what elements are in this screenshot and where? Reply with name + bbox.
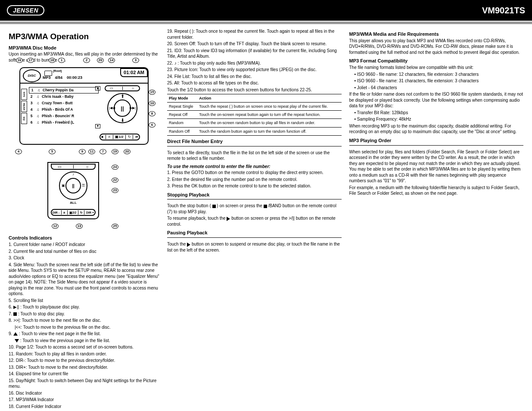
stopping-heading: Stopping Playback: [167, 192, 342, 198]
dir-prev-button[interactable]: DIR -: [53, 211, 59, 215]
page-title: MP3/WMA Operation: [9, 31, 159, 42]
repeat-icon[interactable]: ↻: [128, 135, 131, 140]
up-arrow-inline-icon: [13, 332, 18, 336]
repeat-icon-2[interactable]: ↻: [80, 211, 83, 215]
rear-tab[interactable]: REAR: [21, 101, 27, 112]
day-night-icon[interactable]: ☼: [131, 86, 134, 91]
track-counter: 4/84: [55, 75, 63, 80]
sys-tab[interactable]: SYS: [21, 89, 27, 100]
device-diagram-2: 24 22 23 12 13 25 ▭ ☼ ♪ ▣ ☰ || ALL: [47, 162, 110, 219]
controls-heading: Controls Indicators: [9, 235, 159, 241]
play-pause-button[interactable]: ||: [114, 100, 131, 117]
control-wheel: ⬆ ⬇ |◀◀ ▶▶| ||: [107, 93, 137, 123]
stop-inline-icon: [264, 205, 267, 208]
track-row[interactable]: 4♫Phish - Birds Of A: [29, 106, 99, 113]
clock-display: 01:02 AM: [120, 68, 148, 77]
callout-6: 6: [149, 122, 156, 128]
wheel-down-icon[interactable]: ⬇: [121, 117, 124, 124]
stop-icon[interactable]: ■: [101, 135, 103, 140]
wheel-up-icon[interactable]: ⬆: [121, 93, 124, 100]
music-note-icon: ♫: [36, 114, 40, 118]
screen-off-icon[interactable]: ▭: [110, 86, 113, 91]
header-bar: JENSEN VM9021TS: [0, 0, 532, 21]
direct-file-heading: Direct File Number Entry: [167, 138, 342, 145]
down-arrow-inline-icon: [15, 339, 19, 342]
music-note-icon: ♫: [36, 120, 40, 125]
bottom-icon-bar: ■ ⤭ ▣1/2 ↻ ⇄: [100, 134, 140, 140]
page-indicator-2[interactable]: ▣2/2: [69, 211, 77, 215]
next-track-icon[interactable]: ▶▶|: [130, 106, 136, 111]
all-label[interactable]: ALL: [48, 201, 98, 206]
track-row[interactable]: 2♫Chris Isaak - Baby: [29, 93, 99, 100]
random-icon-2[interactable]: ⤭: [63, 211, 65, 215]
track-row[interactable]: 5♫Phish - Bouncin' R: [29, 113, 99, 119]
day-night-icon-2[interactable]: ☼: [85, 164, 89, 169]
brand-logo: JENSEN: [7, 5, 44, 16]
music-note-icon: ♫: [36, 94, 40, 99]
pause-inline-icon: ▶||: [13, 305, 19, 309]
screen-off-icon-2[interactable]: ▭: [58, 164, 62, 169]
top-icon-bar: ▭ ☼: [105, 85, 140, 91]
root-label: (Root): [53, 69, 62, 73]
callout-10: 10: [149, 101, 156, 106]
track-row[interactable]: 3♫Crazy Town - Butt: [29, 100, 99, 106]
media-req-heading: MP3/WMA Media and File Requirements: [349, 31, 524, 37]
callout-15: 15: [149, 90, 156, 95]
remote-subheading: To use the remote control to enter the f…: [167, 164, 342, 170]
disc-indicator: DISC: [23, 69, 41, 82]
order-heading: MP3 Playing Order: [349, 137, 524, 144]
music-note-icon: ♫: [37, 88, 41, 93]
callout-8: 8: [149, 111, 156, 116]
callout-24: 24: [112, 165, 118, 170]
music-note-icon: ♫: [36, 101, 40, 106]
device-diagram: 16 17 18 1 2 20 14 3 15 10 8 6 4 5 9 11 …: [15, 67, 153, 145]
random-icon[interactable]: ⤭: [108, 135, 111, 140]
stop-inline-icon: [212, 205, 216, 208]
dir-next-button[interactable]: DIR +: [86, 211, 94, 215]
play-mode-table: Play ModeAction Repeat SingleTouch the r…: [167, 94, 342, 136]
stop-inline-icon: [13, 312, 17, 316]
eq-tab[interactable]: EQ: [21, 113, 27, 124]
loop-icon[interactable]: ⇄: [135, 135, 138, 140]
track-list: 1♫Cherry Poppin Da 2♫Chris Isaak - Baby …: [29, 87, 99, 126]
page-access-note: Touch the 1/2 button to access the touch…: [167, 87, 342, 93]
picture-filter-icon[interactable]: ▣: [62, 184, 65, 188]
subtitle: MP3/WMA Disc Mode: [9, 45, 159, 51]
compat-heading: MP3 Format Compatibility: [349, 58, 524, 64]
page-indicator[interactable]: ▣1/2: [115, 135, 123, 140]
track-row[interactable]: 1♫Cherry Poppin Da: [29, 87, 99, 93]
callout-22: 22: [112, 177, 118, 183]
prev-track-icon[interactable]: |◀◀: [109, 106, 115, 111]
elapsed-time: 00:00:23: [67, 75, 82, 80]
callout-23: 23: [112, 188, 118, 193]
folder-icon: [44, 71, 52, 78]
play-pause-button-2[interactable]: ||: [65, 178, 81, 193]
track-row[interactable]: 6♫Phish - Freebird (L: [29, 119, 99, 126]
list-filter-icon[interactable]: ☰: [82, 184, 85, 188]
model-number: VM9021TS: [482, 6, 525, 16]
pausing-heading: Pausing Playback: [167, 230, 342, 236]
play-inline-icon: [187, 243, 190, 247]
music-note-icon: ♫: [36, 107, 40, 112]
control-wheel-2: ♪ ▣ ☰ ||: [59, 171, 87, 200]
music-filter-icon[interactable]: ♪: [72, 172, 74, 177]
